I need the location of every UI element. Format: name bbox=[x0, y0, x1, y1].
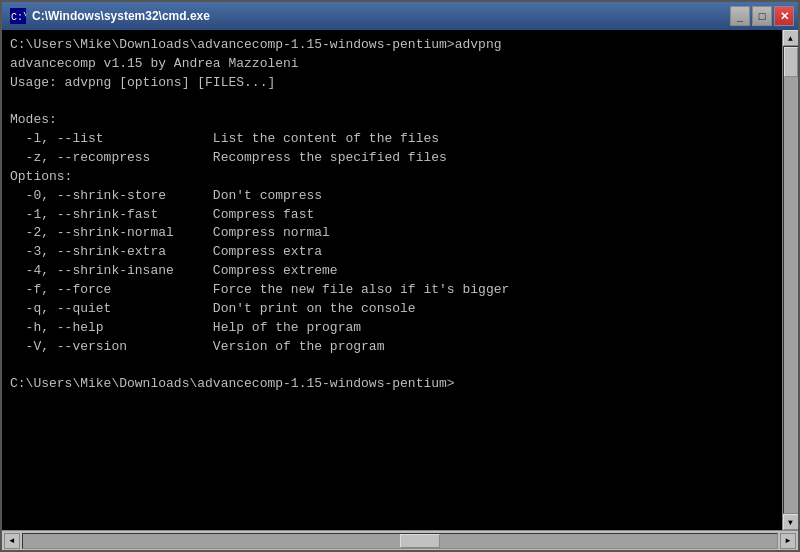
h-scroll-thumb[interactable] bbox=[400, 534, 440, 548]
scroll-down-button[interactable]: ▼ bbox=[783, 514, 799, 530]
cmd-icon: C:\ bbox=[10, 8, 26, 24]
minimize-button[interactable]: _ bbox=[730, 6, 750, 26]
scroll-area: ◄ ► bbox=[2, 531, 798, 550]
scroll-right-button[interactable]: ► bbox=[780, 533, 796, 549]
scroll-thumb[interactable] bbox=[784, 47, 798, 77]
scroll-up-button[interactable]: ▲ bbox=[783, 30, 799, 46]
window-title: C:\Windows\system32\cmd.exe bbox=[32, 9, 790, 23]
console-output[interactable]: C:\Users\Mike\Downloads\advancecomp-1.15… bbox=[2, 30, 782, 530]
title-bar: C:\ C:\Windows\system32\cmd.exe _ □ ✕ bbox=[2, 2, 798, 30]
console-lines: C:\Users\Mike\Downloads\advancecomp-1.15… bbox=[10, 36, 774, 394]
window-controls: _ □ ✕ bbox=[730, 6, 794, 26]
close-button[interactable]: ✕ bbox=[774, 6, 794, 26]
vertical-scrollbar[interactable]: ▲ ▼ bbox=[782, 30, 798, 530]
scroll-left-button[interactable]: ◄ bbox=[4, 533, 20, 549]
maximize-button[interactable]: □ bbox=[752, 6, 772, 26]
h-scroll-track[interactable] bbox=[22, 533, 778, 549]
horizontal-scrollbar[interactable]: ◄ ► bbox=[2, 530, 798, 550]
cmd-window: C:\ C:\Windows\system32\cmd.exe _ □ ✕ C:… bbox=[0, 0, 800, 552]
scroll-track[interactable] bbox=[783, 46, 799, 514]
main-content: C:\Users\Mike\Downloads\advancecomp-1.15… bbox=[2, 30, 798, 530]
svg-text:C:\: C:\ bbox=[11, 12, 26, 23]
